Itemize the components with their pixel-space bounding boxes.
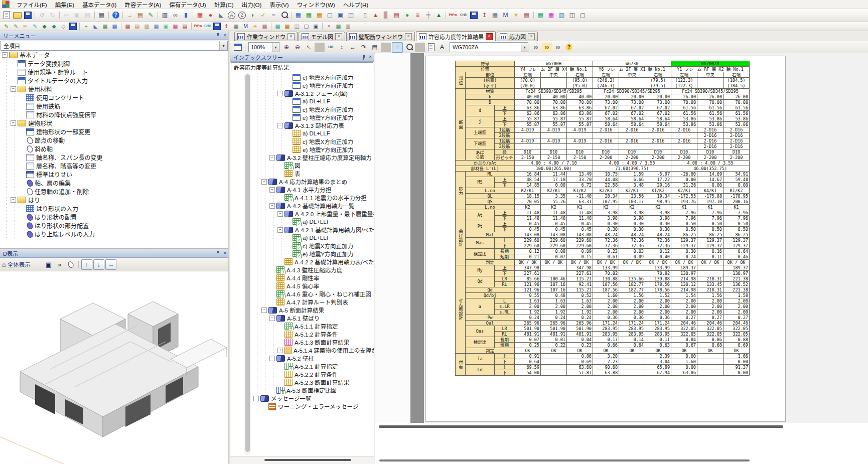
move-down-button[interactable]: ↓ <box>93 259 104 270</box>
tab-close-icon[interactable]: × <box>287 33 295 40</box>
pin-icon[interactable] <box>361 55 366 60</box>
tree-menu-item[interactable]: 軸、層の編集 <box>0 179 228 187</box>
bld-7-icon[interactable]: ▤ <box>181 23 189 30</box>
print-preview-icon[interactable]: ▥ <box>160 11 170 20</box>
link-icon[interactable]: ∞ <box>171 11 180 20</box>
pin-icon[interactable] <box>216 250 221 256</box>
orbit-tool[interactable] <box>66 260 76 269</box>
zoom-out-tool-icon[interactable]: ⊖ <box>293 43 303 52</box>
axis-cross-icon[interactable]: + <box>82 23 90 30</box>
grid-e-icon[interactable]: ▦ <box>546 11 556 20</box>
ch0-icon[interactable]: CH0 <box>459 11 468 20</box>
tree-expand-icon[interactable]: − <box>269 155 275 161</box>
reference-book-icon[interactable]: ▤ <box>135 11 145 20</box>
tree-expand-icon[interactable]: + <box>277 348 283 353</box>
move-right-button[interactable]: → <box>105 259 116 270</box>
more-button[interactable]: » <box>55 260 65 269</box>
chevron-down-icon[interactable]: ▼ <box>272 43 279 52</box>
tree-menu-item[interactable]: タイトルデータの入力 <box>0 76 228 85</box>
bld-2-icon[interactable]: ▤ <box>133 23 141 30</box>
tab-close-icon[interactable]: × <box>405 33 412 40</box>
tree-expand-icon[interactable]: − <box>11 197 16 203</box>
index-tree-item[interactable]: 4A-5.1.1 計算指定 <box>253 322 374 330</box>
index-tree-item[interactable]: A-5.2.3 断面計算結果 <box>253 378 374 386</box>
report-view-button-icon[interactable] <box>426 43 436 52</box>
tab-work-window[interactable]: 作業ウィンドウ× <box>234 32 298 41</box>
tree-expand-icon[interactable]: − <box>269 203 275 209</box>
letter-z-icon[interactable]: Z <box>237 11 247 20</box>
check-mark-icon[interactable]: ✓ <box>258 11 268 20</box>
tool-pencil-green-icon[interactable]: ✎ <box>2 23 11 30</box>
save-file-icon[interactable] <box>23 11 33 20</box>
index-tree-item[interactable]: A-5.2.2 計算条件 <box>253 370 374 378</box>
node-point-icon[interactable]: ● <box>206 11 215 20</box>
solid-gray-icon[interactable]: ◇ <box>59 23 68 30</box>
index-tree-item[interactable]: a) DL+LLF <box>253 97 374 105</box>
help-icon[interactable]: ? <box>111 11 120 20</box>
magnifier-icon[interactable] <box>404 43 414 52</box>
menu-edit[interactable]: 編集(E) <box>51 0 78 9</box>
redo-icon[interactable]: ↻ <box>48 11 57 20</box>
tree-menu-item[interactable]: はり形状の入力 <box>0 204 228 213</box>
win-1-icon[interactable]: ◫ <box>293 23 301 30</box>
index-tree-item[interactable]: e) 地震Y方向正加力 <box>253 145 374 153</box>
index-tree-item[interactable]: A-4.5 偏心率 <box>253 282 374 290</box>
chevron-down-icon[interactable]: ▼ <box>521 43 528 52</box>
tree-expand-icon[interactable]: − <box>253 396 259 401</box>
index-tree-item[interactable]: −A-5.2 壁柱 <box>253 354 374 362</box>
tree-menu-item[interactable]: 使用コンクリート <box>0 93 228 102</box>
ch0-2-icon[interactable]: CH0 <box>203 23 212 30</box>
grid-big-blue-icon[interactable]: ▦ <box>110 23 119 30</box>
rotate-view-button-icon[interactable]: ↷ <box>359 43 369 52</box>
menu-basic-data[interactable]: 基本データ(I) <box>78 0 120 9</box>
index-tree-item[interactable]: −A-5 断面計算結果 <box>253 306 374 314</box>
tab-close-icon[interactable]: × <box>486 33 493 40</box>
solid-green-icon[interactable]: ◆ <box>40 23 49 30</box>
tree-menu-item[interactable]: はり上端レベルの入力 <box>0 230 228 238</box>
zoom-search-icon[interactable] <box>279 11 289 20</box>
index-tree-item[interactable]: ワーニング・エラーメッセージ <box>253 402 374 410</box>
win-e-icon[interactable]: ▢ <box>578 11 588 20</box>
index-tree-item[interactable]: 3図 <box>253 162 374 170</box>
index-tree-item[interactable]: −A-4.2.1 基礎計算用軸力図/べた基礎・ <box>253 226 374 234</box>
open-file-icon[interactable] <box>13 11 22 20</box>
triangle-blue-icon[interactable]: ◣ <box>91 23 100 30</box>
tree-menu-item[interactable]: −使用材料 <box>0 85 228 93</box>
final-grid-2-icon[interactable]: ▥ <box>344 23 352 30</box>
solid-teal-icon[interactable]: ◆ <box>50 23 58 30</box>
index-tree-item[interactable]: −A-4.1 水平力分担 <box>253 186 374 194</box>
bld-9-icon[interactable]: ▦ <box>260 23 269 30</box>
person-green-icon[interactable]: ● <box>402 11 412 20</box>
tree-menu-item[interactable]: −基本データ <box>0 51 228 59</box>
index-tree-item[interactable]: A-5.1.3 断面計算結果 <box>253 338 374 346</box>
grid-1-icon[interactable]: ▦ <box>273 23 282 30</box>
tree-expand-icon[interactable]: − <box>11 86 16 92</box>
close-icon[interactable]: × <box>223 251 226 256</box>
tree-menu-item[interactable]: はり形状の部分配置 <box>0 221 228 230</box>
scrollbar-thumb[interactable] <box>245 74 250 452</box>
grid-green-icon[interactable]: ▦ <box>304 11 314 20</box>
tree-expand-icon[interactable]: − <box>269 187 275 193</box>
win-3-icon[interactable]: ▣ <box>312 23 320 30</box>
index-tree-item[interactable]: −A-4 応力計算結果のまとめ <box>253 178 374 186</box>
m-icon-2-icon[interactable]: M <box>241 23 250 30</box>
tree-expand-icon[interactable]: − <box>11 120 16 126</box>
arrow-up-red-2-icon[interactable]: ↥ <box>222 23 231 30</box>
tree-menu-item[interactable]: 建物形状の一部変更 <box>0 127 228 136</box>
doc-help-button-icon[interactable]: ? <box>564 43 574 52</box>
arrow-up-red-icon[interactable]: ↥ <box>480 11 489 20</box>
tree-green-icon[interactable]: ▲ <box>434 11 444 20</box>
tree-menu-item[interactable]: −はり <box>0 196 228 204</box>
tool-pencil-olive-icon[interactable]: ✎ <box>12 23 20 30</box>
pick-tool-icon[interactable]: ↖ <box>304 43 314 52</box>
tree-menu-item[interactable]: 標準はりせい <box>0 170 228 179</box>
index-tree-item[interactable]: 2a) DL+LLF <box>253 218 374 226</box>
index-tree-item[interactable]: e) 地震Y方向正加力 <box>253 81 374 89</box>
sun-2-icon[interactable]: ☀ <box>251 23 259 30</box>
index-tree-item[interactable]: 2e) 地震Y方向正加力 <box>253 250 374 258</box>
index-tree-item[interactable]: A-4.2.2 基礎計算用軸力表/べた基礎排 <box>253 258 374 266</box>
sun-icon[interactable]: ☀ <box>511 11 521 20</box>
chevron-down-icon[interactable]: ▼ <box>219 41 227 50</box>
tree-expand-icon[interactable]: − <box>277 91 283 96</box>
building-gray-icon[interactable]: ▦ <box>490 11 500 20</box>
